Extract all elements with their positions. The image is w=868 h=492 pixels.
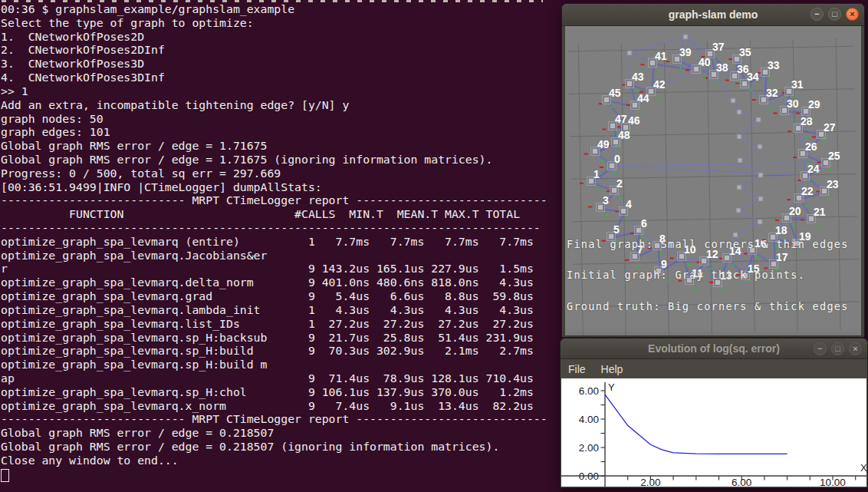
terminal-line: Global graph RMS error / edge = 1.71675 … [1,153,562,167]
menu-help[interactable]: Help [593,359,631,378]
initial-marker [787,199,791,200]
plot-window-titlebar[interactable]: Evolution of log(sq. error) − □ × [561,338,867,359]
terminal-output: 00:36 $ graphslam_example/graphslam_exam… [1,2,562,482]
node-label: 45 [609,87,621,99]
node-label: 43 [632,71,644,83]
terminal-line: graph nodes: 50 [1,112,562,126]
terminal-line: ----------------------------------------… [1,221,562,235]
node-label: 21 [814,206,826,218]
node-label: 27 [824,121,836,134]
terminal-line: --------------------------- MRPT CTimeLo… [1,193,562,207]
terminal-line: optimize_graph_spa_levmarq.Jacobians&er [1,249,562,263]
close-button[interactable]: × [849,342,862,355]
node-label: 23 [827,178,839,190]
terminal-line: --------------------------- MRPT CTimeLo… [1,412,562,426]
initial-marker [774,112,778,114]
node-label: 0 [614,153,620,165]
minimize-button[interactable]: − [814,342,827,355]
terminal-line: Global graph RMS error / edge = 0.218507 [1,426,562,440]
node-label: 33 [768,59,780,71]
terminal-line: Close any window to end... [1,454,562,467]
marker-dot [715,84,718,86]
terminal-line: 4. CNetworkOfPoses3DInf [1,71,562,84]
close-button[interactable]: × [846,8,859,21]
graph-window-title: graph-slam demo [669,8,758,21]
terminal-line: r 9 143.2us 165.1us 227.9us 1.5ms [1,262,562,276]
marker-dot [806,137,808,139]
marker-dot [619,197,621,200]
initial-marker [584,154,588,155]
plot-window-title: Evolution of log(sq. error) [648,342,780,355]
marker-dot [830,168,832,170]
terminal-line: graph edges: 101 [1,125,562,139]
terminal-window[interactable]: 00:36 $ graphslam_example/graphslam_exam… [0,0,562,492]
initial-marker [817,162,821,163]
maximize-button[interactable]: □ [831,342,844,355]
node-label: 36 [737,63,749,75]
legend-line-final: Final graph: Small corners & thin edges [567,239,849,250]
node-label: 29 [808,98,820,111]
initial-marker [580,183,584,184]
node-label: 28 [801,115,813,127]
terminal-line: >> 1 [1,84,562,98]
y-tick-label: 2.00 [579,442,599,454]
node-label: 22 [801,185,814,197]
x-tick-label: 2.00 [640,477,660,487]
y-tick-label: 4.00 [579,414,599,425]
initial-marker [752,99,756,101]
node-label: 37 [712,41,725,53]
menu-file[interactable]: File [561,359,593,378]
legend-line-groundtruth: Ground truth: Big corners & thick edges [567,302,849,312]
plot-window-controls: − □ × [814,342,862,355]
terminal-line: Progress: 0 / 500, total sq err = 297.66… [1,167,562,180]
node-label: 38 [716,61,728,74]
terminal-cursor [1,469,9,482]
node-label: 30 [787,97,799,110]
terminal-line: Add an extra, incompatible tightening ed… [1,98,562,112]
initial-marker [600,167,603,168]
marker-dot [713,59,715,61]
marker-dot [807,163,810,165]
initial-marker [588,206,592,208]
terminal-line: 3. CNetworkOfPoses3D [1,57,562,71]
node-label: 25 [828,150,840,162]
node-label: 24 [807,163,820,175]
graph-legend-overlay: Final graph: Small corners & thin edges … [567,218,849,333]
marker-dot [635,91,637,93]
node-label: 1 [593,168,600,180]
node-label: 40 [699,56,711,68]
node-label: 48 [618,129,630,141]
node-label: 42 [653,78,666,91]
node-label: 26 [805,140,817,153]
marker-dot [794,98,797,101]
marker-dot [618,147,620,149]
graph-3d-viewport[interactable]: 0123456789101112131415161718192021222324… [565,26,861,335]
terminal-line: optimize_graph_spa_levmarq.x_norm 9 7.4u… [1,399,562,413]
terminal-line: 00:36 $ graphslam_example/graphslam_exam… [1,2,562,16]
graph-window-titlebar[interactable]: graph-slam demo − □ × [562,4,864,26]
terminal-line: 2. CNetworkOfPoses2DInf [1,43,562,57]
y-tick-label: 0.00 [579,471,599,482]
graphslam-demo-window: graph-slam demo − □ × 012345678910111213… [561,3,865,338]
marker-dot [770,78,772,81]
initial-marker [640,64,644,65]
marker-dot [810,183,813,185]
terminal-line: optimize_graph_spa_levmarq.delta_norm 9 … [1,276,562,289]
marker-dot [611,106,613,108]
terminal-line: Global graph RMS error / edge = 0.218507… [1,440,562,454]
maximize-button[interactable]: □ [828,8,841,21]
node-label: 41 [655,50,667,62]
terminal-cursor-line [1,467,562,482]
plot-canvas: 2.006.0010.000.002.004.006.00YX [561,378,866,487]
marker-dot [704,78,706,80]
marker-dot [791,119,794,121]
plot-area[interactable]: 2.006.0010.000.002.004.006.00YX [561,378,866,487]
initial-marker [796,113,800,114]
initial-marker [728,58,732,60]
minimize-button[interactable]: − [810,8,824,21]
initial-marker [686,69,689,71]
node-label: 2 [616,177,623,190]
marker-dot [606,214,608,216]
plot-menubar: File Help [561,359,867,379]
marker-dot [750,89,752,91]
